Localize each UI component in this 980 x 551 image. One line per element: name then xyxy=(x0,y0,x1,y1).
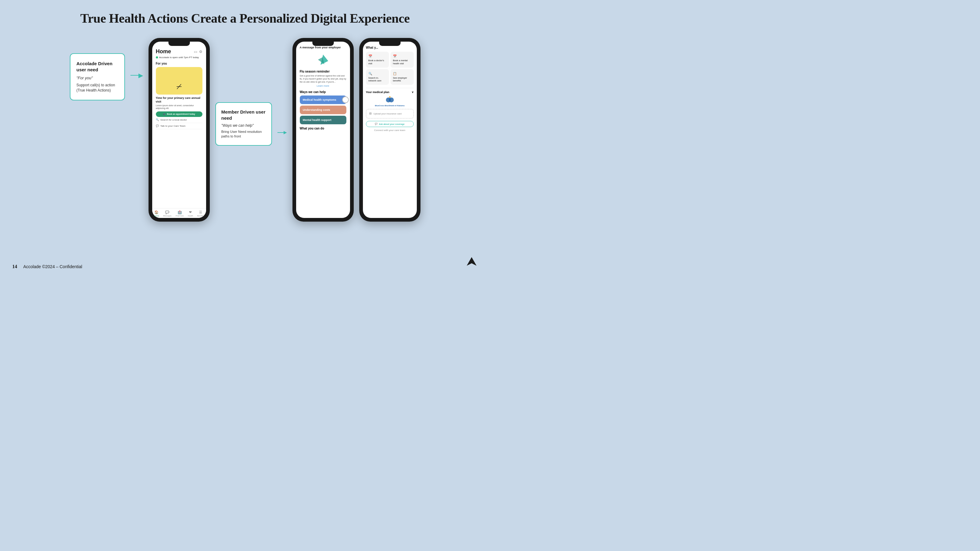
calendar-icon-2: 📅 xyxy=(393,54,411,58)
what-you-can-do-label: What you can do xyxy=(300,127,346,130)
arrow-2: ▶ xyxy=(277,130,287,135)
phone-2-screen: A message from your employer Flu season … xyxy=(296,41,350,218)
phone-3: What y... 📅 Book a doctor's visit 📅 Book… xyxy=(359,38,420,222)
my-health-icon: ❤ xyxy=(189,210,192,214)
phone1-icons: ▭ ⚙ xyxy=(194,49,202,54)
action-book-mental[interactable]: 📅 Book a mental health visit xyxy=(390,52,414,68)
understanding-costs-label: Understanding costs xyxy=(303,108,331,111)
search-doctor-row[interactable]: 🔍 Search for a local doctor xyxy=(156,117,202,123)
accolade-callout-heading: Accolade Driven user need xyxy=(76,60,118,73)
phone1-section-label: For you xyxy=(156,62,202,65)
phone-2: A message from your employer Flu season … xyxy=(293,38,354,222)
employer-message: A message from your employer xyxy=(300,46,346,49)
phone1-title: Home xyxy=(156,48,171,55)
book-appointment-label: Book an appointment today xyxy=(167,113,195,115)
nav-messages-label: Messages xyxy=(163,215,172,217)
action-grid: 📅 Book a doctor's visit 📅 Book a mental … xyxy=(366,52,414,85)
image-icon: 🖼 xyxy=(369,112,372,115)
svg-point-1 xyxy=(389,97,393,102)
page-number: 14 xyxy=(12,264,17,269)
arrow-1: ▶ xyxy=(130,71,143,79)
copyright-text: Accolade ©2024 – Confidential xyxy=(23,264,82,269)
way-medical-symptoms[interactable]: Medical health symptoms xyxy=(300,95,346,104)
nav-benefits[interactable]: ☰ Benefits xyxy=(197,210,204,217)
bcbs-text: BlueCross BlueShield of Alabama xyxy=(375,105,404,106)
flu-icon xyxy=(300,52,346,67)
search-doctor-text: Search for a local doctor xyxy=(161,119,187,121)
search-care-label: Search in-network care xyxy=(368,76,382,83)
learn-more-link[interactable]: Learn more xyxy=(300,84,346,87)
status-green-dot xyxy=(156,56,158,59)
book-mental-label: Book a mental health visit xyxy=(393,59,407,65)
accolade-callout-body: Support call(s) to action (True Health A… xyxy=(76,83,118,93)
what-you-title: What y... xyxy=(366,46,414,49)
card-title: Time for your primary care annual visit xyxy=(156,97,202,103)
status-dot: Accolade is open until 7pm PT today xyxy=(156,56,202,59)
employer-benefits-label: See employer benefits xyxy=(393,76,407,83)
status-text: Accolade is open until 7pm PT today xyxy=(159,56,199,59)
nav-my-health[interactable]: ❤ Health xyxy=(188,210,193,217)
plan-section: Your medical plan ∨ BlueCross BlueShield… xyxy=(366,88,414,106)
tuning-fork-icon: ⌿ xyxy=(176,81,183,92)
plan-label: Your medical plan xyxy=(366,91,390,94)
book-appointment-button[interactable]: 📹 Book an appointment today xyxy=(156,111,202,117)
nav-benefits-label: Benefits xyxy=(197,215,204,217)
phone-2-notch xyxy=(312,41,334,46)
care-team-chat-row[interactable]: 💬 Talk to your Care Team xyxy=(156,123,202,129)
find-care-icon: 🏥 xyxy=(178,210,182,214)
card-icon: ▭ xyxy=(194,49,197,54)
member-callout-italic: "Ways we can help" xyxy=(221,123,266,128)
member-callout-body: Bring User Need resolution paths to fron… xyxy=(221,130,266,139)
member-callout-heading: Member Driven user need xyxy=(221,109,266,121)
chat-icon: 💬 xyxy=(156,125,159,127)
card-body: Lorem ipsum dolor sit amet, consectetur … xyxy=(156,104,202,110)
nav-messages[interactable]: 💬 Messages xyxy=(163,210,172,217)
action-search-care[interactable]: 🔍 Search in-network care xyxy=(366,69,389,85)
bottom-nav: 🏠 Home 💬 Messages 🏥 Find Care ❤ Health ☰ xyxy=(152,208,206,218)
phone-1: Home ▭ ⚙ Accolade is open until 7pm PT t… xyxy=(148,38,210,222)
accolade-callout: Accolade Driven user need "For you" Supp… xyxy=(70,53,125,100)
page-title: True Health Actions Create a Personalize… xyxy=(0,0,490,32)
search-icon-2: 🔍 xyxy=(368,71,387,76)
benefits-icon: ☰ xyxy=(199,210,202,214)
insurance-card-upload[interactable]: 🖼 Upload your insurance card xyxy=(366,109,414,119)
nav-find-care[interactable]: 🏥 Find Care xyxy=(175,210,183,217)
phone-1-notch xyxy=(169,41,190,46)
ways-label: Ways we can help xyxy=(300,90,346,94)
circle-indicator xyxy=(342,97,349,103)
action-book-doctor[interactable]: 📅 Book a doctor's visit xyxy=(366,52,389,68)
search-icon: 🔍 xyxy=(156,119,159,121)
flu-title: Flu season reminder xyxy=(300,70,346,73)
footer: 14 Accolade ©2024 – Confidential xyxy=(12,264,478,269)
way-understanding-costs[interactable]: Understanding costs xyxy=(300,106,346,114)
for-you-card: ⌿ xyxy=(156,67,202,95)
home-icon: 🏠 xyxy=(154,210,159,214)
coverage-button[interactable]: 💬 Ask about your coverage xyxy=(366,121,414,127)
connect-text: Connect with your care team xyxy=(366,129,414,132)
content-area: Accolade Driven user need "For you" Supp… xyxy=(0,32,490,222)
way-mental-health[interactable]: Mental health support xyxy=(300,116,346,124)
bcbs-logo: BlueCross BlueShield of Alabama xyxy=(366,95,414,106)
member-callout: Member Driven user need "Ways we can hel… xyxy=(215,102,272,146)
accolade-callout-italic: "For you" xyxy=(76,76,118,80)
nav-find-care-label: Find Care xyxy=(175,215,183,217)
gear-icon: ⚙ xyxy=(199,49,202,54)
messages-icon: 💬 xyxy=(165,210,169,214)
flu-text: Get a good line of defense against the c… xyxy=(300,75,346,83)
chevron-down-icon: ∨ xyxy=(412,91,414,94)
nav-home[interactable]: 🏠 Home xyxy=(154,210,159,217)
action-employer-benefits[interactable]: 📋 See employer benefits xyxy=(390,69,414,85)
video-icon: 📹 xyxy=(163,113,166,115)
card-text-block: Time for your primary care annual visit … xyxy=(156,97,202,117)
book-doctor-label: Book a doctor's visit xyxy=(368,59,384,65)
phone-3-notch xyxy=(379,41,401,46)
nav-my-health-label: Health xyxy=(188,215,193,217)
upload-label: Upload your insurance card xyxy=(374,112,402,115)
accolade-footer-logo xyxy=(466,256,478,269)
medical-symptoms-label: Medical health symptoms xyxy=(303,98,337,101)
care-team-text: Talk to your Care Team xyxy=(161,125,186,127)
coverage-label: Ask about your coverage xyxy=(379,123,404,125)
mental-health-label: Mental health support xyxy=(303,119,332,122)
nav-home-label: Home xyxy=(154,215,159,217)
clipboard-icon: 📋 xyxy=(393,71,411,76)
